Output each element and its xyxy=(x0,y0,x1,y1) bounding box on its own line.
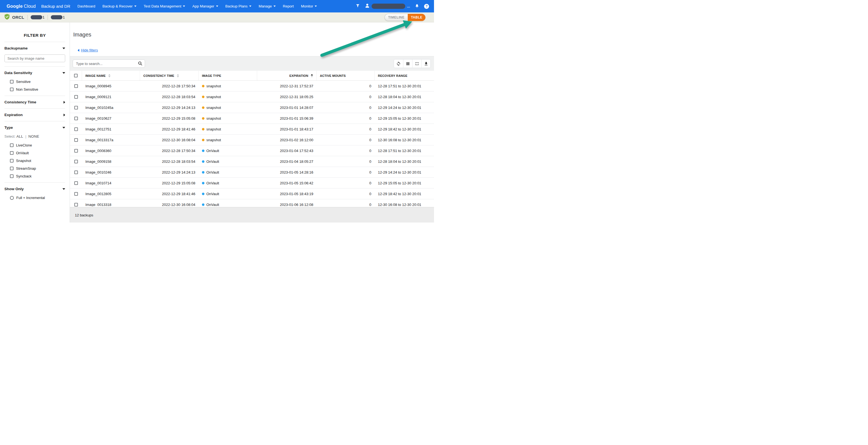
radio-option-full-incremental[interactable]: Full + Incremental xyxy=(10,196,70,200)
timeline-view-button[interactable]: TIMELINE xyxy=(384,14,408,21)
redacted-suffix: 1 xyxy=(42,15,45,19)
cell-expiration: 2023-01-01 15:06:39 xyxy=(257,116,317,120)
row-checkbox[interactable] xyxy=(74,127,78,131)
column-header-image_name[interactable]: IMAGE NAME xyxy=(82,71,140,81)
column-header-consistency_time[interactable]: CONSISTENCY TIME xyxy=(140,71,198,81)
option-label: Full + Incremental xyxy=(16,196,45,200)
row-checkbox[interactable] xyxy=(74,149,78,153)
table-row[interactable]: Image_00102462022-12-29 14:24:13OnVault2… xyxy=(70,167,434,178)
row-checkbox[interactable] xyxy=(74,106,78,110)
type-option-snapshot[interactable]: Snapshot xyxy=(10,159,70,163)
select-none-link[interactable]: NONE xyxy=(28,134,39,139)
type-select-line: Select: ALL | NONE xyxy=(4,134,70,139)
cell-image-type: OnVault xyxy=(198,149,257,153)
select-all-link[interactable]: ALL xyxy=(16,134,23,139)
checkbox-streamsnap[interactable] xyxy=(10,167,13,170)
nav-item-backup-recover[interactable]: Backup & Recover xyxy=(102,4,136,8)
nav-item-report[interactable]: Report xyxy=(283,4,294,8)
checkbox-syncback[interactable] xyxy=(10,174,13,178)
sensitivity-option-non-sensitive[interactable]: Non Sensitive xyxy=(10,87,70,91)
cell-select xyxy=(70,127,82,131)
notifications-icon[interactable] xyxy=(415,3,420,9)
table-row[interactable]: Image_00089452022-12-28 17:50:34snapshot… xyxy=(70,81,434,91)
backupname-search-input[interactable] xyxy=(4,55,65,62)
nav-item-test-data-management[interactable]: Test Data Management xyxy=(144,4,185,8)
checkbox-onvault[interactable] xyxy=(10,151,13,155)
table-row[interactable]: Image_00091582022-12-28 18:03:54OnVault2… xyxy=(70,156,434,167)
cell-consistency-time: 2022-12-29 18:41:46 xyxy=(140,127,198,131)
type-option-syncback[interactable]: Syncback xyxy=(10,174,70,178)
table-row[interactable]: Image_00091212022-12-28 18:03:54snapshot… xyxy=(70,91,434,102)
table-row[interactable]: Image_00083602022-12-28 17:50:34OnVault2… xyxy=(70,145,434,156)
cell-image-type: OnVault xyxy=(198,159,257,164)
chevron-down-icon xyxy=(134,5,136,7)
type-option-liveclone[interactable]: LiveClone xyxy=(10,143,70,147)
filter-section-show-only[interactable]: Show Only xyxy=(0,187,70,191)
table-row[interactable]: Image_0013317a2022-12-30 16:08:04snapsho… xyxy=(70,135,434,145)
filter-section-backupname[interactable]: Backupname xyxy=(0,46,70,50)
refresh-icon[interactable] xyxy=(394,59,403,68)
cell-expiration: 2023-01-01 18:43:17 xyxy=(257,127,317,131)
user-menu[interactable]: ... xyxy=(365,3,410,9)
checkbox-liveclone[interactable] xyxy=(10,144,13,147)
nav-item-monitor[interactable]: Monitor xyxy=(301,4,317,8)
cell-image-name: Image_0010714 xyxy=(82,181,140,185)
hide-filters-link[interactable]: Hide filters xyxy=(78,48,98,52)
fullscreen-icon[interactable] xyxy=(412,59,421,68)
column-header-recovery_range[interactable]: RECOVERY RANGE xyxy=(375,71,434,81)
column-header-image_type[interactable]: IMAGE TYPE xyxy=(198,71,257,81)
nav-item-dashboard[interactable]: Dashboard xyxy=(78,4,95,8)
checkbox-non-sensitive[interactable] xyxy=(10,88,13,91)
select-all-checkbox[interactable] xyxy=(74,74,78,78)
column-label: IMAGE TYPE xyxy=(202,74,221,78)
divider xyxy=(48,15,48,20)
section-label: Consistency Time xyxy=(4,100,36,104)
table-row[interactable]: Image_00128052022-12-29 18:41:46OnVault2… xyxy=(70,188,434,199)
help-icon[interactable]: ? xyxy=(424,4,429,9)
row-checkbox[interactable] xyxy=(74,160,78,164)
type-option-onvault[interactable]: OnVault xyxy=(10,151,70,155)
table-row[interactable]: Image_0010245a2022-12-29 14:24:13snapsho… xyxy=(70,102,434,113)
nav-item-manage[interactable]: Manage xyxy=(258,4,276,8)
section-label: Type xyxy=(4,125,13,130)
checkbox-snapshot[interactable] xyxy=(10,159,13,162)
row-checkbox[interactable] xyxy=(74,192,78,196)
table-row[interactable]: Image_00133182022-12-30 16:08:04OnVault2… xyxy=(70,199,434,206)
row-checkbox[interactable] xyxy=(74,171,78,174)
table-row[interactable]: Image_00127512022-12-29 18:41:46snapshot… xyxy=(70,124,434,135)
type-option-streamsnap[interactable]: StreamSnap xyxy=(10,167,70,171)
column-header-select[interactable] xyxy=(70,71,82,81)
column-header-expiration[interactable]: EXPIRATION xyxy=(257,71,317,81)
filter-icon[interactable] xyxy=(355,4,360,9)
cell-image-name: Image_0009158 xyxy=(82,159,140,164)
row-checkbox[interactable] xyxy=(74,138,78,142)
nav-item-backup-plans[interactable]: Backup Plans xyxy=(225,4,252,8)
row-checkbox[interactable] xyxy=(74,84,78,88)
sensitivity-option-sensitive[interactable]: Sensitive xyxy=(10,80,70,84)
table-row[interactable]: Image_00106272022-12-29 15:05:08snapshot… xyxy=(70,113,434,124)
table-row[interactable]: Image_00107142022-12-29 15:05:08OnVault2… xyxy=(70,178,434,188)
google-cloud-logo[interactable]: GoogleCloud xyxy=(7,4,36,9)
column-header-active_mounts[interactable]: ACTIVE MOUNTS xyxy=(317,71,375,81)
cell-image-name: Image_0012751 xyxy=(82,127,140,131)
columns-icon[interactable] xyxy=(403,59,412,68)
table-view-button[interactable]: TABLE xyxy=(408,14,426,21)
row-checkbox[interactable] xyxy=(74,181,78,185)
cell-recovery-range: 12-28 18:04 to 12-30 20:01 xyxy=(375,95,434,99)
user-name-truncation: ... xyxy=(407,4,410,8)
cell-image-name: Image_0009121 xyxy=(82,95,140,99)
filter-section-type[interactable]: Type xyxy=(0,125,70,130)
nav-item-app-manager[interactable]: App Manager xyxy=(192,4,218,8)
download-icon[interactable] xyxy=(421,59,430,68)
checkbox-sensitive[interactable] xyxy=(10,80,13,84)
radio-full-incremental[interactable] xyxy=(10,196,14,200)
table-search-input[interactable] xyxy=(73,59,145,68)
row-checkbox[interactable] xyxy=(74,203,78,206)
row-checkbox[interactable] xyxy=(74,95,78,99)
cell-image-name: Image_0013317a xyxy=(82,138,140,142)
filter-section-consistency-time[interactable]: Consistency Time xyxy=(0,100,70,104)
filter-section-data-sensitivity[interactable]: Data Sensitivity xyxy=(0,71,70,75)
row-checkbox[interactable] xyxy=(74,117,78,120)
filter-section-expiration[interactable]: Expiration xyxy=(0,113,70,117)
cell-active-mounts: 0 xyxy=(317,159,375,164)
